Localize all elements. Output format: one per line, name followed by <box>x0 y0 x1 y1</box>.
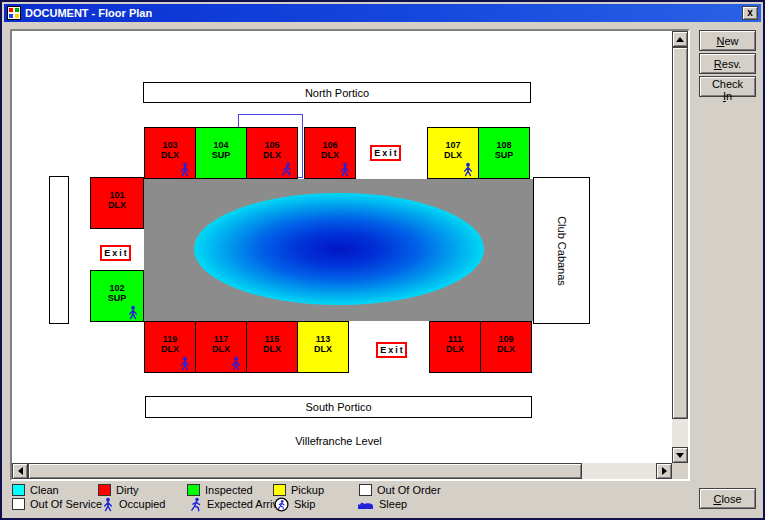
skip-icon <box>274 497 289 512</box>
legend-clean: Clean <box>12 483 59 497</box>
vertical-scroll-thumb[interactable] <box>672 47 688 419</box>
legend-dirty: Dirty <box>98 483 139 497</box>
legend-skip: Skip <box>274 497 315 511</box>
exit-sign-south: Exit <box>376 342 407 358</box>
room-type: DLX <box>247 150 297 160</box>
south-portico-label: South Portico <box>145 396 532 418</box>
room-101[interactable]: 101 DLX <box>90 177 144 229</box>
room-number: 111 <box>430 334 480 344</box>
room-number: 103 <box>145 140 195 150</box>
room-type: DLX <box>305 150 355 160</box>
expected-arrival-icon <box>280 162 293 177</box>
room-type: DLX <box>481 344 531 354</box>
level-label: Villefranche Level <box>145 435 532 447</box>
room-104[interactable]: 104 SUP <box>195 127 247 179</box>
room-type: DLX <box>145 150 195 160</box>
occupied-icon <box>462 162 474 177</box>
club-cabanas-label: Club Cabanas <box>533 177 590 324</box>
legend-label: Inspected <box>205 484 253 496</box>
room-106[interactable]: 106 DLX <box>304 127 356 179</box>
room-number: 117 <box>196 334 246 344</box>
room-type: SUP <box>91 293 143 303</box>
legend-label: Dirty <box>116 484 139 496</box>
room-117[interactable]: 117 DLX <box>195 321 247 373</box>
floor-plan-canvas: North Portico Club Cabanas 103 DLX 104 S… <box>10 29 690 481</box>
pickup-swatch <box>273 484 286 496</box>
legend-label: Pickup <box>291 484 324 496</box>
room-119[interactable]: 119 DLX <box>144 321 196 373</box>
room-107[interactable]: 107 DLX <box>427 127 479 179</box>
scroll-left-icon[interactable] <box>12 463 28 479</box>
out-of-service-swatch <box>12 498 25 510</box>
room-103[interactable]: 103 DLX <box>144 127 196 179</box>
titlebar: DOCUMENT - Floor Plan x <box>4 4 761 22</box>
room-number: 119 <box>145 334 195 344</box>
legend-pickup: Pickup <box>273 483 324 497</box>
room-102[interactable]: 102 SUP <box>90 270 144 322</box>
legend-label: Out Of Order <box>377 484 441 496</box>
room-111[interactable]: 111 DLX <box>429 321 481 373</box>
occupied-icon <box>230 356 242 371</box>
scroll-down-icon[interactable] <box>672 447 688 463</box>
legend-inspected: Inspected <box>187 483 253 497</box>
checkin-button[interactable]: Check In <box>699 76 756 97</box>
new-button[interactable]: New <box>699 30 756 51</box>
room-number: 106 <box>305 140 355 150</box>
resv-button[interactable]: Resv. <box>699 53 756 74</box>
room-number: 108 <box>479 140 529 150</box>
legend-occupied: Occupied <box>102 497 165 511</box>
room-number: 115 <box>247 334 297 344</box>
room-113[interactable]: 113 DLX <box>297 321 349 373</box>
dirty-swatch <box>98 484 111 496</box>
room-type: DLX <box>247 344 297 354</box>
room-number: 109 <box>481 334 531 344</box>
exit-sign-west: Exit <box>100 245 131 261</box>
legend-out-of-order: Out Of Order <box>359 483 441 497</box>
room-number: 107 <box>428 140 478 150</box>
room-number: 101 <box>91 190 143 200</box>
legend-out-of-service: Out Of Service <box>12 497 102 511</box>
floor-plan-window: DOCUMENT - Floor Plan x North Portico Cl… <box>0 0 765 520</box>
room-type: DLX <box>428 150 478 160</box>
app-icon <box>7 6 21 20</box>
exit-sign-north: Exit <box>370 145 401 161</box>
close-button[interactable]: Close <box>699 488 756 509</box>
room-type: DLX <box>430 344 480 354</box>
room-type: DLX <box>298 344 348 354</box>
scroll-right-icon[interactable] <box>656 463 672 479</box>
horizontal-scroll-thumb[interactable] <box>28 463 582 479</box>
horizontal-scrollbar[interactable] <box>12 463 672 479</box>
scrollbar-corner <box>672 463 688 479</box>
window-title: DOCUMENT - Floor Plan <box>25 7 152 19</box>
inspected-swatch <box>187 484 200 496</box>
legend: CleanDirtyInspectedPickupOut Of Order Ou… <box>10 483 690 513</box>
legend-sleep: Sleep <box>357 497 407 511</box>
occupied-icon <box>127 305 139 320</box>
room-type: DLX <box>145 344 195 354</box>
out-of-order-swatch <box>359 484 372 496</box>
room-109[interactable]: 109 DLX <box>480 321 532 373</box>
close-icon[interactable]: x <box>742 6 758 20</box>
pool <box>194 193 484 305</box>
legend-label: Skip <box>294 498 315 510</box>
occupied-icon <box>339 162 351 177</box>
legend-label: Clean <box>30 484 59 496</box>
floor-plan-scene: North Portico Club Cabanas 103 DLX 104 S… <box>12 31 672 463</box>
vertical-scrollbar[interactable] <box>672 31 688 463</box>
room-number: 113 <box>298 334 348 344</box>
room-type: SUP <box>479 150 529 160</box>
room-115[interactable]: 115 DLX <box>246 321 298 373</box>
room-number: 105 <box>247 140 297 150</box>
room-number: 102 <box>91 283 143 293</box>
expected-arrival-icon <box>189 497 202 512</box>
room-108[interactable]: 108 SUP <box>478 127 530 179</box>
scroll-up-icon[interactable] <box>672 31 688 47</box>
clean-swatch <box>12 484 25 496</box>
occupied-icon <box>102 497 114 512</box>
room-105[interactable]: 105 DLX <box>246 127 298 179</box>
legend-label: Occupied <box>119 498 165 510</box>
sleep-icon <box>357 499 374 510</box>
room-number: 104 <box>196 140 246 150</box>
north-portico-label: North Portico <box>143 82 531 103</box>
occupied-icon <box>179 356 191 371</box>
